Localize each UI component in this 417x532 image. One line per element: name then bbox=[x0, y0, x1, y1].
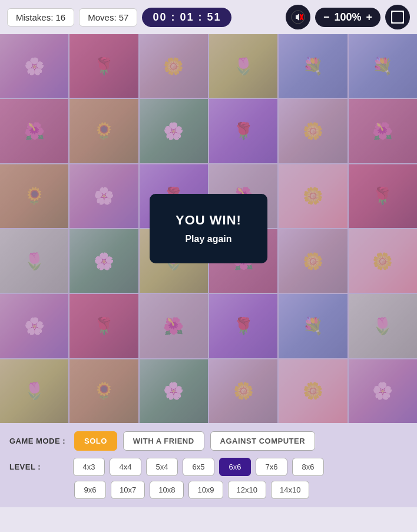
game-cell-24[interactable]: 🌸 bbox=[0, 294, 68, 358]
zoom-minus-button[interactable]: − bbox=[323, 11, 330, 24]
game-cell-33[interactable]: 🌼 bbox=[209, 359, 277, 423]
level-4x4-button[interactable]: 4x4 bbox=[110, 458, 141, 476]
fullscreen-button[interactable] bbox=[385, 5, 410, 29]
win-title: YOU WIN! bbox=[176, 213, 241, 228]
mode-against-computer-button[interactable]: AGAINST COMPUTER bbox=[210, 431, 316, 451]
level-8x6-button[interactable]: 8x6 bbox=[292, 458, 324, 476]
game-cell-5[interactable]: 💐 bbox=[349, 34, 417, 98]
level-5x4-button[interactable]: 5x4 bbox=[146, 458, 178, 476]
game-cell-26[interactable]: 🌺 bbox=[140, 294, 208, 358]
game-cell-8[interactable]: 🌸 bbox=[140, 99, 208, 163]
game-cell-35[interactable]: 🌸 bbox=[349, 359, 417, 423]
level-row-1: LEVEL : 4x3 4x4 5x4 6x5 6x6 7x6 8x6 bbox=[9, 458, 408, 476]
svg-rect-3 bbox=[392, 11, 403, 23]
timer-display: 00 : 01 : 51 bbox=[142, 8, 231, 27]
game-cell-6[interactable]: 🌺 bbox=[0, 99, 68, 163]
play-again-button[interactable]: Play again bbox=[185, 234, 231, 244]
level-7x6-button[interactable]: 7x6 bbox=[256, 458, 287, 476]
win-dialog: YOU WIN! Play again bbox=[150, 194, 267, 263]
level-row-2: 9x6 10x7 10x8 10x9 12x10 14x10 bbox=[9, 481, 408, 499]
level-section: LEVEL : 4x3 4x4 5x4 6x5 6x6 7x6 8x6 9x6 … bbox=[9, 458, 408, 499]
timer-value: 00 : 01 : 51 bbox=[153, 11, 221, 23]
header: Mistakes: 16 Moves: 57 00 : 01 : 51 − 10… bbox=[0, 0, 417, 34]
game-cell-4[interactable]: 💐 bbox=[279, 34, 347, 98]
game-cell-17[interactable]: 🌹 bbox=[349, 164, 417, 228]
level-10x7-button[interactable]: 10x7 bbox=[111, 481, 145, 499]
game-cell-27[interactable]: 🌹 bbox=[209, 294, 277, 358]
mute-button[interactable] bbox=[286, 5, 310, 29]
game-cell-23[interactable]: 🌼 bbox=[349, 229, 417, 293]
level-9x6-button[interactable]: 9x6 bbox=[74, 481, 106, 499]
level-4x3-button[interactable]: 4x3 bbox=[73, 458, 105, 476]
level-6x6-button[interactable]: 6x6 bbox=[219, 458, 251, 476]
fullscreen-icon bbox=[391, 11, 404, 24]
level-10x8-button[interactable]: 10x8 bbox=[150, 481, 184, 499]
zoom-value: 100% bbox=[334, 11, 361, 24]
zoom-control[interactable]: − 100% + bbox=[315, 8, 380, 27]
game-cell-22[interactable]: 🌼 bbox=[279, 229, 347, 293]
game-cell-28[interactable]: 💐 bbox=[279, 294, 347, 358]
game-cell-0[interactable]: 🌸 bbox=[0, 34, 68, 98]
game-cell-12[interactable]: 🌻 bbox=[0, 164, 68, 228]
mode-solo-button[interactable]: SOLO bbox=[74, 431, 117, 451]
level-label: LEVEL : bbox=[9, 462, 68, 471]
game-cell-32[interactable]: 🌸 bbox=[140, 359, 208, 423]
game-cell-1[interactable]: 🌹 bbox=[70, 34, 138, 98]
game-mode-row: GAME MODE : SOLO WITH A FRIEND AGAINST C… bbox=[9, 431, 408, 451]
bottom-panel: GAME MODE : SOLO WITH A FRIEND AGAINST C… bbox=[0, 423, 417, 507]
game-cell-7[interactable]: 🌻 bbox=[70, 99, 138, 163]
game-cell-30[interactable]: 🌷 bbox=[0, 359, 68, 423]
zoom-plus-button[interactable]: + bbox=[366, 11, 372, 24]
game-cell-31[interactable]: 🌻 bbox=[70, 359, 138, 423]
game-cell-16[interactable]: 🌼 bbox=[279, 164, 347, 228]
moves-display: Moves: 57 bbox=[79, 8, 137, 27]
game-cell-10[interactable]: 🌼 bbox=[279, 99, 347, 163]
game-board: 🌸🌹🌼🌷💐💐🌺🌻🌸🌹🌼🌺🌻🌸🌹🌺🌼🌹🌷🌸🌷🌺🌼🌼🌸🌹🌺🌹💐🌷🌷🌻🌸🌼🌼🌸 YOU… bbox=[0, 34, 417, 423]
mistakes-label: Mistakes: 16 bbox=[16, 12, 65, 22]
game-cell-11[interactable]: 🌺 bbox=[349, 99, 417, 163]
mistakes-display: Mistakes: 16 bbox=[7, 8, 74, 27]
game-cell-29[interactable]: 🌷 bbox=[349, 294, 417, 358]
level-14x10-button[interactable]: 14x10 bbox=[271, 481, 309, 499]
level-10x9-button[interactable]: 10x9 bbox=[188, 481, 223, 499]
game-cell-34[interactable]: 🌼 bbox=[279, 359, 347, 423]
game-cell-25[interactable]: 🌹 bbox=[70, 294, 138, 358]
game-cell-2[interactable]: 🌼 bbox=[140, 34, 208, 98]
moves-label: Moves: 57 bbox=[88, 12, 128, 22]
game-cell-13[interactable]: 🌸 bbox=[70, 164, 138, 228]
game-cell-18[interactable]: 🌷 bbox=[0, 229, 68, 293]
game-cell-3[interactable]: 🌷 bbox=[209, 34, 277, 98]
mute-icon bbox=[291, 10, 305, 24]
level-6x5-button[interactable]: 6x5 bbox=[183, 458, 214, 476]
game-cell-9[interactable]: 🌹 bbox=[209, 99, 277, 163]
level-12x10-button[interactable]: 12x10 bbox=[228, 481, 266, 499]
game-cell-19[interactable]: 🌸 bbox=[70, 229, 138, 293]
game-mode-label: GAME MODE : bbox=[9, 437, 68, 445]
mode-with-friend-button[interactable]: WITH A FRIEND bbox=[123, 431, 204, 451]
